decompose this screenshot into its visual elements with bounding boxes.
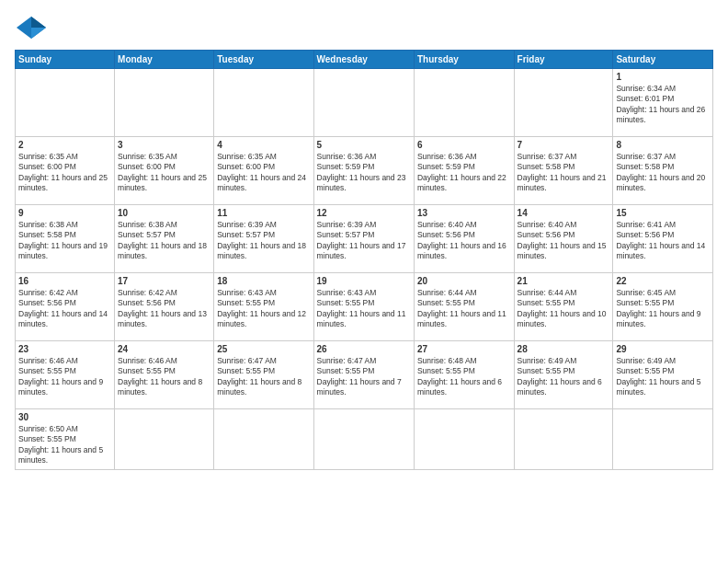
day-cell: 3Sunrise: 6:35 AMSunset: 6:00 PMDaylight… <box>115 137 214 205</box>
day-cell <box>313 69 414 137</box>
day-cell: 23Sunrise: 6:46 AMSunset: 5:55 PMDayligh… <box>16 341 115 409</box>
day-info: Sunrise: 6:42 AMSunset: 5:56 PMDaylight:… <box>18 288 111 330</box>
svg-marker-1 <box>31 17 46 28</box>
day-cell <box>414 409 514 470</box>
week-row-3: 9Sunrise: 6:38 AMSunset: 5:58 PMDaylight… <box>16 205 713 273</box>
day-number: 4 <box>217 140 310 150</box>
day-cell: 4Sunrise: 6:35 AMSunset: 6:00 PMDaylight… <box>214 137 313 205</box>
day-info: Sunrise: 6:40 AMSunset: 5:56 PMDaylight:… <box>417 220 511 262</box>
day-cell: 29Sunrise: 6:49 AMSunset: 5:55 PMDayligh… <box>613 341 713 409</box>
day-cell <box>115 409 214 470</box>
day-number: 1 <box>616 72 710 82</box>
day-cell <box>313 409 414 470</box>
day-number: 29 <box>616 344 710 354</box>
col-header-friday: Friday <box>514 51 613 69</box>
calendar: SundayMondayTuesdayWednesdayThursdayFrid… <box>15 50 713 470</box>
day-cell: 25Sunrise: 6:47 AMSunset: 5:55 PMDayligh… <box>214 341 313 409</box>
col-header-wednesday: Wednesday <box>313 51 414 69</box>
day-info: Sunrise: 6:38 AMSunset: 5:57 PMDaylight:… <box>118 220 210 262</box>
day-cell: 28Sunrise: 6:49 AMSunset: 5:55 PMDayligh… <box>514 341 613 409</box>
day-cell: 19Sunrise: 6:43 AMSunset: 5:55 PMDayligh… <box>313 273 414 341</box>
day-number: 30 <box>18 412 111 422</box>
day-number: 8 <box>616 140 710 150</box>
day-cell: 20Sunrise: 6:44 AMSunset: 5:55 PMDayligh… <box>414 273 514 341</box>
day-info: Sunrise: 6:39 AMSunset: 5:57 PMDaylight:… <box>217 220 310 262</box>
day-cell: 12Sunrise: 6:39 AMSunset: 5:57 PMDayligh… <box>313 205 414 273</box>
day-cell: 27Sunrise: 6:48 AMSunset: 5:55 PMDayligh… <box>414 341 514 409</box>
day-number: 21 <box>518 276 610 286</box>
day-cell: 11Sunrise: 6:39 AMSunset: 5:57 PMDayligh… <box>214 205 313 273</box>
day-number: 22 <box>616 276 710 286</box>
day-info: Sunrise: 6:42 AMSunset: 5:56 PMDaylight:… <box>118 288 210 330</box>
day-info: Sunrise: 6:36 AMSunset: 5:59 PMDaylight:… <box>417 152 511 194</box>
day-cell: 21Sunrise: 6:44 AMSunset: 5:55 PMDayligh… <box>514 273 613 341</box>
day-info: Sunrise: 6:50 AMSunset: 5:55 PMDaylight:… <box>18 424 111 466</box>
day-cell: 1Sunrise: 6:34 AMSunset: 6:01 PMDaylight… <box>613 69 713 137</box>
page: SundayMondayTuesdayWednesdayThursdayFrid… <box>0 0 728 563</box>
day-cell: 15Sunrise: 6:41 AMSunset: 5:56 PMDayligh… <box>613 205 713 273</box>
day-info: Sunrise: 6:47 AMSunset: 5:55 PMDaylight:… <box>317 356 411 398</box>
day-info: Sunrise: 6:44 AMSunset: 5:55 PMDaylight:… <box>518 288 610 330</box>
day-cell: 6Sunrise: 6:36 AMSunset: 5:59 PMDaylight… <box>414 137 514 205</box>
day-cell: 7Sunrise: 6:37 AMSunset: 5:58 PMDaylight… <box>514 137 613 205</box>
day-number: 27 <box>417 344 511 354</box>
day-number: 25 <box>217 344 310 354</box>
day-info: Sunrise: 6:43 AMSunset: 5:55 PMDaylight:… <box>217 288 310 330</box>
day-cell: 2Sunrise: 6:35 AMSunset: 6:00 PMDaylight… <box>16 137 115 205</box>
day-info: Sunrise: 6:37 AMSunset: 5:58 PMDaylight:… <box>518 152 610 194</box>
week-row-6: 30Sunrise: 6:50 AMSunset: 5:55 PMDayligh… <box>16 409 713 470</box>
day-number: 23 <box>18 344 111 354</box>
day-cell: 10Sunrise: 6:38 AMSunset: 5:57 PMDayligh… <box>115 205 214 273</box>
week-row-1: 1Sunrise: 6:34 AMSunset: 6:01 PMDaylight… <box>16 69 713 137</box>
day-cell: 16Sunrise: 6:42 AMSunset: 5:56 PMDayligh… <box>16 273 115 341</box>
svg-marker-2 <box>31 28 46 39</box>
day-info: Sunrise: 6:37 AMSunset: 5:58 PMDaylight:… <box>616 152 710 194</box>
day-info: Sunrise: 6:36 AMSunset: 5:59 PMDaylight:… <box>317 152 411 194</box>
day-number: 10 <box>118 208 210 218</box>
day-number: 28 <box>518 344 610 354</box>
day-cell <box>514 409 613 470</box>
day-cell: 17Sunrise: 6:42 AMSunset: 5:56 PMDayligh… <box>115 273 214 341</box>
day-info: Sunrise: 6:44 AMSunset: 5:55 PMDaylight:… <box>417 288 511 330</box>
day-cell: 22Sunrise: 6:45 AMSunset: 5:55 PMDayligh… <box>613 273 713 341</box>
col-header-thursday: Thursday <box>414 51 514 69</box>
day-info: Sunrise: 6:45 AMSunset: 5:55 PMDaylight:… <box>616 288 710 330</box>
day-number: 24 <box>118 344 210 354</box>
day-cell <box>414 69 514 137</box>
day-info: Sunrise: 6:47 AMSunset: 5:55 PMDaylight:… <box>217 356 310 398</box>
day-info: Sunrise: 6:35 AMSunset: 6:00 PMDaylight:… <box>18 152 111 194</box>
day-number: 2 <box>18 140 111 150</box>
day-cell: 5Sunrise: 6:36 AMSunset: 5:59 PMDaylight… <box>313 137 414 205</box>
day-info: Sunrise: 6:40 AMSunset: 5:56 PMDaylight:… <box>518 220 610 262</box>
day-number: 12 <box>317 208 411 218</box>
day-number: 20 <box>417 276 511 286</box>
day-info: Sunrise: 6:38 AMSunset: 5:58 PMDaylight:… <box>18 220 111 262</box>
day-cell <box>214 69 313 137</box>
col-header-tuesday: Tuesday <box>214 51 313 69</box>
day-number: 9 <box>18 208 111 218</box>
day-cell: 30Sunrise: 6:50 AMSunset: 5:55 PMDayligh… <box>16 409 115 470</box>
day-number: 17 <box>118 276 210 286</box>
header-row: SundayMondayTuesdayWednesdayThursdayFrid… <box>16 51 713 69</box>
day-cell: 9Sunrise: 6:38 AMSunset: 5:58 PMDaylight… <box>16 205 115 273</box>
calendar-header: SundayMondayTuesdayWednesdayThursdayFrid… <box>16 51 713 69</box>
day-number: 19 <box>317 276 411 286</box>
day-number: 5 <box>317 140 411 150</box>
day-number: 11 <box>217 208 310 218</box>
day-info: Sunrise: 6:41 AMSunset: 5:56 PMDaylight:… <box>616 220 710 262</box>
day-info: Sunrise: 6:46 AMSunset: 5:55 PMDaylight:… <box>118 356 210 398</box>
day-info: Sunrise: 6:39 AMSunset: 5:57 PMDaylight:… <box>317 220 411 262</box>
day-info: Sunrise: 6:48 AMSunset: 5:55 PMDaylight:… <box>417 356 511 398</box>
col-header-sunday: Sunday <box>16 51 115 69</box>
day-cell: 24Sunrise: 6:46 AMSunset: 5:55 PMDayligh… <box>115 341 214 409</box>
day-cell <box>613 409 713 470</box>
week-row-5: 23Sunrise: 6:46 AMSunset: 5:55 PMDayligh… <box>16 341 713 409</box>
header <box>15 15 713 40</box>
day-cell <box>514 69 613 137</box>
week-row-2: 2Sunrise: 6:35 AMSunset: 6:00 PMDaylight… <box>16 137 713 205</box>
day-number: 3 <box>118 140 210 150</box>
day-cell <box>214 409 313 470</box>
col-header-monday: Monday <box>115 51 214 69</box>
day-info: Sunrise: 6:35 AMSunset: 6:00 PMDaylight:… <box>118 152 210 194</box>
day-info: Sunrise: 6:43 AMSunset: 5:55 PMDaylight:… <box>317 288 411 330</box>
